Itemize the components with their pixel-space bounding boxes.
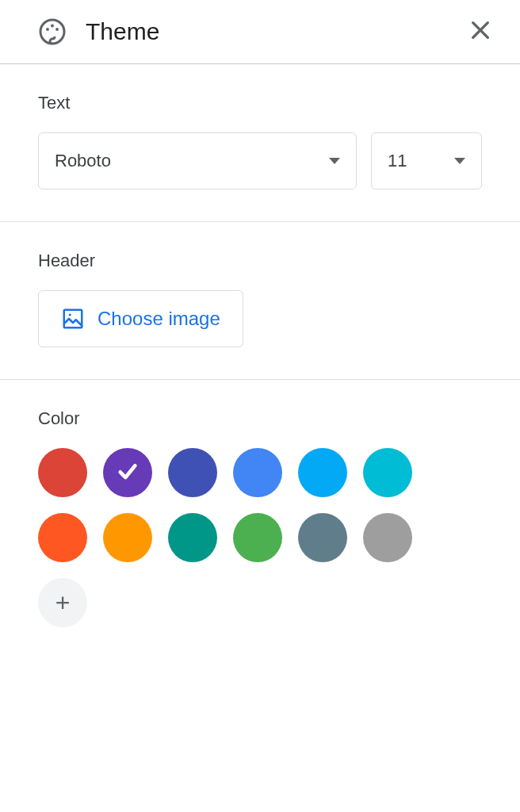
color-swatch-3[interactable]: [233, 448, 282, 497]
svg-point-1: [46, 28, 49, 31]
chevron-down-icon: [329, 158, 340, 164]
close-button[interactable]: [463, 14, 498, 49]
svg-rect-6: [64, 310, 82, 328]
font-select[interactable]: Roboto: [38, 132, 357, 190]
color-section-label: Color: [38, 408, 482, 429]
color-swatch-1[interactable]: [103, 448, 152, 497]
panel-header: Theme: [0, 0, 520, 64]
check-icon: [115, 458, 140, 487]
font-size-value: 11: [388, 151, 445, 171]
color-swatch-4[interactable]: [298, 448, 347, 497]
choose-image-button[interactable]: Choose image: [38, 290, 243, 347]
palette-icon: [38, 17, 67, 46]
header-section: Header Choose image: [0, 222, 520, 380]
color-swatch-0[interactable]: [38, 448, 87, 497]
close-icon: [468, 17, 493, 46]
svg-point-3: [55, 28, 59, 31]
color-swatch-11[interactable]: [363, 513, 412, 562]
color-swatch-7[interactable]: [103, 513, 152, 562]
theme-panel: Theme Text Roboto 11 Header: [0, 0, 520, 812]
text-section-label: Text: [38, 93, 482, 113]
color-grid: +: [38, 448, 450, 627]
svg-point-7: [69, 314, 71, 316]
plus-icon: +: [55, 590, 71, 615]
color-swatch-8[interactable]: [168, 513, 217, 562]
panel-title: Theme: [86, 18, 444, 45]
color-swatch-6[interactable]: [38, 513, 87, 562]
text-section: Text Roboto 11: [0, 64, 520, 222]
header-section-label: Header: [38, 251, 482, 271]
color-swatch-10[interactable]: [298, 513, 347, 562]
text-controls-row: Roboto 11: [38, 132, 482, 190]
chevron-down-icon: [454, 158, 465, 164]
svg-point-2: [51, 25, 54, 28]
color-section: Color +: [0, 380, 520, 659]
color-swatch-2[interactable]: [168, 448, 217, 497]
image-icon: [61, 307, 85, 331]
color-swatch-5[interactable]: [363, 448, 412, 497]
font-size-select[interactable]: 11: [371, 132, 482, 190]
add-color-button[interactable]: +: [38, 578, 87, 627]
choose-image-label: Choose image: [98, 308, 220, 330]
font-select-value: Roboto: [55, 151, 319, 171]
color-swatch-9[interactable]: [233, 513, 282, 562]
